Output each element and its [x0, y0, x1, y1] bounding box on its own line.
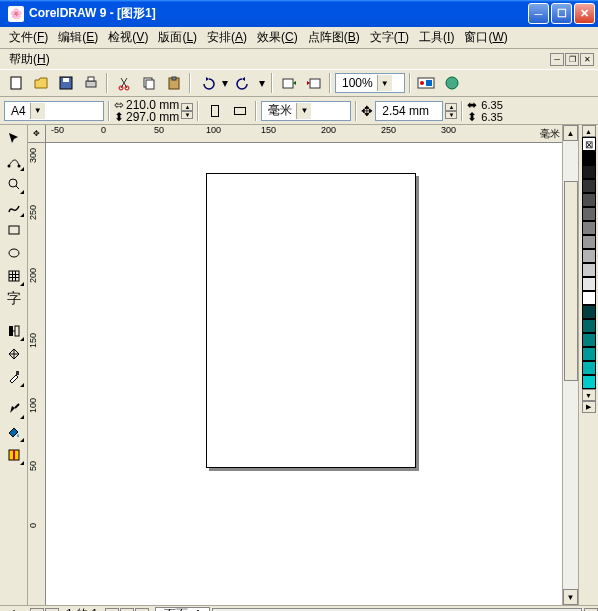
palette-scroll-down[interactable]: ▼ [582, 389, 596, 401]
scroll-right-button[interactable]: ▶ [584, 608, 598, 612]
app-launcher-button[interactable] [415, 72, 438, 94]
color-swatch[interactable] [582, 291, 596, 305]
shape-tool[interactable] [2, 150, 25, 172]
menu-bitmaps[interactable]: 点阵图(B) [303, 27, 365, 48]
color-swatch[interactable] [582, 207, 596, 221]
redo-dropdown[interactable]: ▾ [257, 72, 267, 94]
height-icon: ⬍ [114, 110, 124, 124]
color-swatch[interactable] [582, 151, 596, 165]
print-button[interactable] [79, 72, 102, 94]
paste-button[interactable] [162, 72, 185, 94]
undo-dropdown[interactable]: ▾ [220, 72, 230, 94]
doc-minimize-button[interactable]: ─ [550, 53, 564, 66]
color-swatch[interactable] [582, 235, 596, 249]
palette-flyout[interactable]: ▶ [582, 401, 596, 413]
color-swatch[interactable] [582, 305, 596, 319]
ellipse-tool[interactable] [2, 242, 25, 264]
spin-down[interactable]: ▼ [181, 111, 193, 119]
svg-point-21 [9, 249, 19, 257]
spin-down[interactable]: ▼ [445, 111, 457, 119]
new-button[interactable] [4, 72, 27, 94]
menu-edit[interactable]: 编辑(E) [53, 27, 103, 48]
menu-effects[interactable]: 效果(C) [252, 27, 303, 48]
dup-y-value[interactable]: 6.35 [481, 111, 502, 123]
page-prev-button[interactable]: ◀ [45, 608, 59, 612]
color-swatch[interactable] [582, 165, 596, 179]
scroll-up-button[interactable]: ▲ [563, 125, 578, 141]
nudge-input[interactable]: 2.54 mm [375, 101, 443, 121]
menu-window[interactable]: 窗口(W) [459, 27, 512, 48]
vertical-scrollbar[interactable]: ▲ ▼ [562, 125, 578, 605]
fill-tool[interactable] [2, 421, 25, 443]
import-button[interactable] [277, 72, 300, 94]
color-swatch[interactable] [582, 193, 596, 207]
page-tab[interactable]: 页面 1 [155, 607, 210, 612]
color-swatch[interactable] [582, 347, 596, 361]
maximize-button[interactable]: ☐ [551, 3, 572, 24]
menu-tools[interactable]: 工具(I) [414, 27, 459, 48]
color-swatch[interactable] [582, 375, 596, 389]
menu-layout[interactable]: 版面(L) [153, 27, 202, 48]
color-swatch[interactable] [582, 319, 596, 333]
menu-file[interactable]: 文件(F) [4, 27, 53, 48]
spin-up[interactable]: ▲ [181, 103, 193, 111]
dup-x-value[interactable]: 6.35 [481, 99, 502, 111]
open-button[interactable] [29, 72, 52, 94]
page-add-button[interactable]: + [135, 608, 149, 612]
close-button[interactable]: ✕ [574, 3, 595, 24]
freehand-tool[interactable] [2, 196, 25, 218]
horizontal-ruler[interactable]: -50 0 50 100 150 200 250 300 毫米 [46, 125, 562, 143]
zoom-tool[interactable] [2, 173, 25, 195]
cut-button[interactable] [112, 72, 135, 94]
menu-help[interactable]: 帮助(H) [4, 49, 55, 70]
spin-up[interactable]: ▲ [445, 103, 457, 111]
menu-view[interactable]: 检视(V) [103, 27, 153, 48]
redo-button[interactable] [232, 72, 255, 94]
doc-close-button[interactable]: ✕ [580, 53, 594, 66]
eyedropper-tool[interactable] [2, 366, 25, 388]
svg-rect-3 [86, 81, 96, 87]
color-swatch[interactable] [582, 179, 596, 193]
units-combo[interactable]: 毫米 ▼ [261, 101, 351, 121]
interactive-fill-tool[interactable] [2, 320, 25, 342]
minimize-button[interactable]: ─ [528, 3, 549, 24]
drawing-canvas[interactable] [46, 143, 562, 605]
interactive-mesh-tool[interactable] [2, 444, 25, 466]
scroll-thumb[interactable] [564, 181, 578, 381]
no-color-swatch[interactable]: ⊠ [582, 137, 596, 151]
export-button[interactable] [302, 72, 325, 94]
landscape-button[interactable] [228, 100, 251, 122]
portrait-button[interactable] [203, 100, 226, 122]
undo-button[interactable] [195, 72, 218, 94]
vertical-ruler[interactable]: 300 250 200 150 100 50 0 [28, 143, 46, 605]
pick-tool[interactable] [2, 127, 25, 149]
polygon-tool[interactable] [2, 265, 25, 287]
color-swatch[interactable] [582, 221, 596, 235]
color-swatch[interactable] [582, 361, 596, 375]
page-first-button[interactable]: ⏮ [30, 608, 44, 612]
page-last-button[interactable]: ⏭ [120, 608, 134, 612]
copy-button[interactable] [137, 72, 160, 94]
horizontal-scrollbar[interactable] [212, 608, 582, 612]
palette-scroll-up[interactable]: ▲ [582, 125, 596, 137]
color-swatch[interactable] [582, 333, 596, 347]
menu-text[interactable]: 文字(T) [365, 27, 414, 48]
save-button[interactable] [54, 72, 77, 94]
text-tool[interactable]: 字 [2, 288, 25, 310]
ruler-origin[interactable]: ✥ [28, 125, 46, 143]
menu-arrange[interactable]: 安排(A) [202, 27, 252, 48]
corel-online-button[interactable] [440, 72, 463, 94]
doc-restore-button[interactable]: ❐ [565, 53, 579, 66]
page-height[interactable]: 297.0 mm [126, 110, 179, 124]
rectangle-tool[interactable] [2, 219, 25, 241]
color-swatch[interactable] [582, 249, 596, 263]
color-swatch[interactable] [582, 263, 596, 277]
interactive-transparency-tool[interactable] [2, 343, 25, 365]
color-swatch[interactable] [582, 277, 596, 291]
zoom-combo[interactable]: 100% ▼ [335, 73, 405, 93]
outline-tool[interactable] [2, 398, 25, 420]
scroll-down-button[interactable]: ▼ [563, 589, 578, 605]
paper-size-combo[interactable]: A4 ▼ [4, 101, 104, 121]
pan-icon[interactable]: ✥ [0, 608, 28, 612]
page-next-button[interactable]: ▶ [105, 608, 119, 612]
